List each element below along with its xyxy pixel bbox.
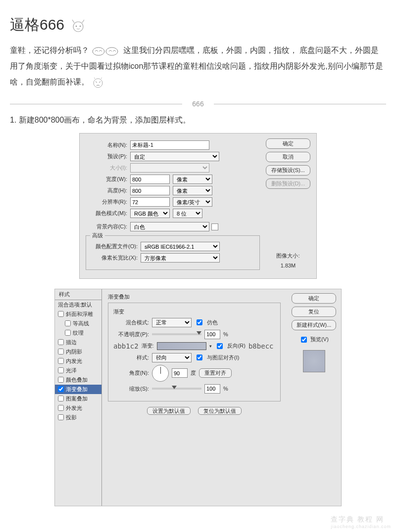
cat-emoji-icon: [68, 18, 88, 33]
name-label: 名称(N):: [86, 141, 130, 149]
set-default-button[interactable]: 设置为默认值: [147, 407, 191, 415]
layer-style-dialog: 样式 混合选项:默认 斜面和浮雕等高线纹理描边内阴影内发光光泽颜色叠加渐变叠加图…: [54, 289, 342, 506]
aspect-label: 像素长宽比(X):: [91, 254, 141, 262]
style-select[interactable]: 径向: [152, 353, 192, 362]
save-preset-button[interactable]: 存储预设(S)...: [266, 165, 310, 176]
svg-point-3: [93, 47, 104, 55]
colormode-select[interactable]: RGB 颜色: [130, 209, 170, 218]
style-item-checkbox[interactable]: [58, 377, 64, 383]
width-unit-select[interactable]: 像素: [173, 175, 212, 184]
style-item-label: 渐变叠加: [66, 386, 88, 393]
advanced-label: 高级: [90, 232, 105, 239]
style-item[interactable]: 图案叠加: [55, 394, 101, 403]
scale-slider[interactable]: [152, 388, 201, 390]
reset-align-button[interactable]: 重置对齐: [199, 368, 232, 378]
style-item-label: 颜色叠加: [66, 376, 88, 384]
style-item-checkbox[interactable]: [58, 414, 64, 420]
blend-options-item[interactable]: 混合选项:默认: [55, 300, 101, 310]
height-unit-select[interactable]: 像素: [173, 186, 212, 195]
title-text: 逼格666: [10, 15, 64, 35]
style-item[interactable]: 斜面和浮雕: [55, 310, 101, 319]
blendmode-select[interactable]: 正常: [152, 318, 192, 327]
profile-label: 颜色配置文件(O):: [91, 243, 141, 250]
style-item-checkbox[interactable]: [58, 311, 64, 317]
preview-checkbox[interactable]: [301, 337, 307, 343]
size-select: [130, 163, 209, 173]
gradient-swatch[interactable]: [157, 342, 206, 350]
opacity-slider[interactable]: [152, 333, 201, 335]
cancel-button[interactable]: 取消: [266, 152, 310, 162]
face-emoji-icon: [91, 46, 121, 56]
preset-select[interactable]: 自定: [130, 152, 219, 161]
style-item[interactable]: 颜色叠加: [55, 375, 101, 385]
bg-select[interactable]: 白色: [130, 222, 209, 231]
scale-pct: %: [223, 386, 228, 392]
style-item-checkbox[interactable]: [58, 339, 64, 345]
opacity-input[interactable]: [204, 330, 220, 339]
style-item-label: 斜面和浮雕: [66, 310, 93, 318]
dropdown-icon[interactable]: ▾: [209, 344, 212, 349]
style-item-label: 纹理: [73, 329, 84, 337]
dither-checkbox[interactable]: [197, 319, 202, 325]
style-item[interactable]: 外发光: [55, 403, 101, 413]
ls-newstyle-button[interactable]: 新建样式(W)...: [292, 320, 336, 330]
profile-select[interactable]: sRGB IEC61966-2.1: [141, 242, 220, 251]
svg-point-2: [80, 25, 81, 26]
watermark: 查字典 教程 网 jiaocheng.chazidian.com: [331, 515, 391, 526]
resolution-input[interactable]: [130, 197, 170, 207]
preview-label: 预览(V): [310, 336, 329, 343]
color-left-code: abb1c2: [113, 342, 139, 350]
align-label: 与图层对齐(I): [207, 354, 239, 361]
style-item-label: 描边: [66, 339, 77, 346]
ls-reset-button[interactable]: 复位: [292, 307, 336, 317]
height-input[interactable]: [130, 186, 170, 195]
style-item-label: 图案叠加: [66, 395, 88, 402]
style-item-label: 外发光: [66, 404, 82, 412]
style-item-checkbox[interactable]: [58, 349, 64, 355]
style-item-checkbox[interactable]: [58, 386, 64, 392]
style-item-checkbox[interactable]: [65, 320, 71, 326]
angle-unit: 度: [191, 369, 196, 377]
color-right-code: b8becc: [248, 342, 274, 350]
style-item-checkbox[interactable]: [58, 396, 64, 401]
style-item-checkbox[interactable]: [58, 405, 64, 411]
gradient-overlay-settings: 渐变叠加 渐变 混合模式: 正常 仿色 不透明度(P): % abb1c2 渐变…: [102, 289, 287, 506]
width-input[interactable]: [130, 175, 170, 184]
aspect-select[interactable]: 方形像素: [141, 253, 220, 263]
style-item-checkbox[interactable]: [65, 330, 71, 336]
size-label: 大小(I):: [86, 164, 130, 172]
style-item-checkbox[interactable]: [58, 358, 64, 364]
angle-input[interactable]: [172, 368, 188, 378]
style-item-label: 等高线: [73, 320, 89, 327]
style-item-checkbox[interactable]: [58, 367, 64, 373]
watermark-url: jiaocheng.chazidian.com: [331, 524, 391, 526]
scale-input[interactable]: [204, 384, 220, 394]
bitdepth-select[interactable]: 8 位: [173, 209, 202, 218]
ls-ok-button[interactable]: 确定: [292, 293, 336, 304]
style-item[interactable]: 内阴影: [55, 347, 101, 356]
style-item[interactable]: 渐变叠加: [55, 385, 101, 394]
svg-point-0: [73, 22, 83, 32]
scale-label: 缩放(S):: [113, 385, 149, 393]
resolution-unit-select[interactable]: 像素/英寸: [173, 197, 212, 207]
ok-button[interactable]: 确定: [266, 138, 310, 149]
reverse-checkbox[interactable]: [217, 343, 223, 349]
style-item[interactable]: 纹理: [55, 328, 101, 338]
intro-paragraph: 童鞋，还记得分析吗？ 这里我们分四层嘿嘿，底板，外圆，内圆，指纹， 底盘问题不大…: [10, 43, 386, 90]
bg-color-swatch[interactable]: [211, 223, 218, 230]
width-label: 宽度(W):: [86, 176, 130, 183]
section-divider: 666: [10, 100, 386, 108]
style-item[interactable]: 描边: [55, 338, 101, 347]
align-checkbox[interactable]: [197, 355, 202, 360]
angle-dial[interactable]: [152, 365, 169, 382]
name-input[interactable]: [130, 140, 209, 150]
gradient-label: 渐变:: [142, 342, 154, 350]
opacity-label: 不透明度(P):: [113, 331, 149, 338]
style-item[interactable]: 光泽: [55, 366, 101, 375]
reset-default-button[interactable]: 复位为默认值: [198, 407, 242, 415]
divider-label: 666: [182, 100, 213, 108]
style-item[interactable]: 等高线: [55, 319, 101, 328]
style-item[interactable]: 内发光: [55, 356, 101, 366]
style-item[interactable]: 投影: [55, 413, 101, 422]
preview-thumbnail: [303, 350, 325, 372]
